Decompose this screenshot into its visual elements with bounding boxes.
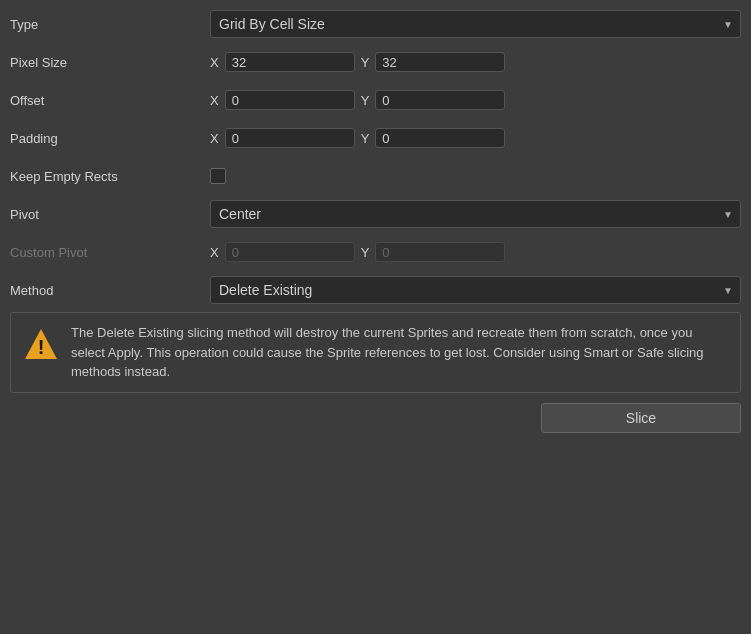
offset-y-label: Y bbox=[361, 93, 370, 108]
type-dropdown[interactable]: Grid By Cell Size Grid By Cell Count Iso… bbox=[210, 10, 741, 38]
warning-icon: ! bbox=[23, 327, 59, 363]
pixel-size-y-label: Y bbox=[361, 55, 370, 70]
type-label: Type bbox=[10, 17, 210, 32]
pixel-size-label: Pixel Size bbox=[10, 55, 210, 70]
pivot-dropdown[interactable]: Center Top Left Top Top Right Left Right… bbox=[210, 200, 741, 228]
custom-pivot-fields: X Y bbox=[210, 242, 741, 262]
padding-y-label: Y bbox=[361, 131, 370, 146]
svg-text:!: ! bbox=[38, 336, 45, 358]
custom-pivot-row: Custom Pivot X Y bbox=[10, 236, 741, 268]
offset-label: Offset bbox=[10, 93, 210, 108]
offset-x-input[interactable] bbox=[225, 90, 355, 110]
type-row: Type Grid By Cell Size Grid By Cell Coun… bbox=[10, 8, 741, 40]
method-label: Method bbox=[10, 283, 210, 298]
padding-x-input[interactable] bbox=[225, 128, 355, 148]
pivot-row: Pivot Center Top Left Top Top Right Left… bbox=[10, 198, 741, 230]
pixel-size-y-input[interactable] bbox=[375, 52, 505, 72]
slice-button-row: Slice bbox=[10, 403, 741, 433]
offset-row: Offset X Y bbox=[10, 84, 741, 116]
padding-row: Padding X Y bbox=[10, 122, 741, 154]
slice-button[interactable]: Slice bbox=[541, 403, 741, 433]
padding-y-input[interactable] bbox=[375, 128, 505, 148]
custom-pivot-x-input[interactable] bbox=[225, 242, 355, 262]
pivot-label: Pivot bbox=[10, 207, 210, 222]
method-dropdown[interactable]: Delete Existing Smart Safe bbox=[210, 276, 741, 304]
keep-empty-rects-checkbox[interactable] bbox=[210, 168, 226, 184]
pixel-size-x-input[interactable] bbox=[225, 52, 355, 72]
warning-box: ! The Delete Existing slicing method wil… bbox=[10, 312, 741, 393]
keep-empty-rects-label: Keep Empty Rects bbox=[10, 169, 210, 184]
custom-pivot-y-label: Y bbox=[361, 245, 370, 260]
padding-x-label: X bbox=[210, 131, 219, 146]
padding-label: Padding bbox=[10, 131, 210, 146]
custom-pivot-y-input[interactable] bbox=[375, 242, 505, 262]
offset-fields: X Y bbox=[210, 90, 741, 110]
custom-pivot-x-label: X bbox=[210, 245, 219, 260]
sprite-editor-panel: Type Grid By Cell Size Grid By Cell Coun… bbox=[0, 0, 751, 441]
keep-empty-rects-row: Keep Empty Rects bbox=[10, 160, 741, 192]
offset-y-input[interactable] bbox=[375, 90, 505, 110]
pixel-size-row: Pixel Size X Y bbox=[10, 46, 741, 78]
type-dropdown-wrapper[interactable]: Grid By Cell Size Grid By Cell Count Iso… bbox=[210, 10, 741, 38]
method-row: Method Delete Existing Smart Safe ▼ bbox=[10, 274, 741, 306]
pixel-size-fields: X Y bbox=[210, 52, 741, 72]
pivot-dropdown-wrapper[interactable]: Center Top Left Top Top Right Left Right… bbox=[210, 200, 741, 228]
offset-x-label: X bbox=[210, 93, 219, 108]
padding-fields: X Y bbox=[210, 128, 741, 148]
warning-text: The Delete Existing slicing method will … bbox=[71, 323, 728, 382]
custom-pivot-label: Custom Pivot bbox=[10, 245, 210, 260]
pixel-size-x-label: X bbox=[210, 55, 219, 70]
method-dropdown-wrapper[interactable]: Delete Existing Smart Safe ▼ bbox=[210, 276, 741, 304]
keep-empty-rects-checkbox-wrapper[interactable] bbox=[210, 168, 226, 184]
